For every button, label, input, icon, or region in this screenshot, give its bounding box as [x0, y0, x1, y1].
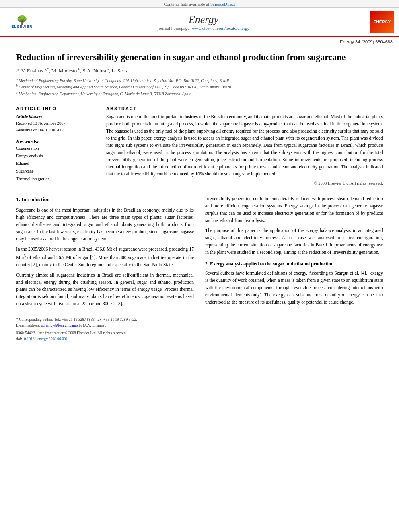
available-date: Available online 9 July 2008	[16, 127, 97, 134]
page: Contents lists available at ScienceDirec…	[0, 0, 399, 532]
article-info-heading: ARTICLE INFO	[16, 106, 97, 111]
affiliation-b: b Center of Engineering, Modeling and Ap…	[16, 84, 383, 90]
received-date: Received 13 November 2007	[16, 120, 97, 127]
elsevier-logo: 🌳 ELSEVIER	[5, 11, 41, 33]
journal-title: Energy	[41, 14, 366, 26]
section2-para-1: Several authors have formulated definiti…	[205, 270, 383, 306]
keyword-cogeneration: Cogeneration	[16, 145, 97, 152]
homepage-url[interactable]: www.elsevier.com/locate/energy	[192, 26, 249, 31]
divider-2	[16, 192, 383, 192]
energy-logo-container: ENERGY	[366, 11, 394, 33]
energy-logo-box: ENERGY	[370, 11, 394, 33]
authors: A.V. Ensinas a,*, M. Modesto b, S.A. Neb…	[16, 67, 383, 74]
author-av-ensinas: A.V. Ensinas a,*, M. Modesto b, S.A. Neb…	[16, 68, 132, 74]
footnote-area: * Corresponding author. Tel.: +55 21 19 …	[16, 314, 194, 329]
body-right-col: Irreversibility generation could be cons…	[205, 195, 383, 342]
issn-line: 0360-5442/$ – see front matter © 2008 El…	[16, 330, 194, 336]
doi-area: 0360-5442/$ – see front matter © 2008 El…	[16, 330, 194, 342]
article-history: Article history: Received 13 November 20…	[16, 113, 97, 134]
section1-title: 1. Introduction	[16, 195, 194, 203]
journal-bar: Contents lists available at ScienceDirec…	[0, 0, 399, 8]
affiliation-c: c Mechanical Engineering Department, Uni…	[16, 90, 383, 97]
doi-link[interactable]: 10.1016/j.energy.2008.06.001	[22, 337, 68, 341]
sciencedirect-label: Contents lists available at	[164, 2, 210, 6]
keyword-ethanol: Ethanol	[16, 160, 97, 168]
keyword-thermal: Thermal integration	[16, 175, 97, 183]
email-label: E-mail address:	[16, 323, 40, 327]
section1-label: Introduction	[21, 196, 50, 202]
article-info-abstract: ARTICLE INFO Article history: Received 1…	[16, 106, 383, 185]
affiliations: a Mechanical Engineering Faculty, State …	[16, 77, 383, 97]
keyword-exergy: Exergy analysis	[16, 152, 97, 160]
section2-title: 2. Exergy analysis applied to the sugar …	[205, 260, 383, 268]
article-info-col: ARTICLE INFO Article history: Received 1…	[16, 106, 97, 185]
journal-homepage: journal homepage: www.elsevier.com/locat…	[41, 26, 366, 31]
elsevier-tree-icon: 🌳	[16, 16, 27, 25]
intro-para-2: In the 2005/2006 harvest season in Brazi…	[16, 246, 194, 268]
journal-center: Energy journal homepage: www.elsevier.co…	[41, 14, 366, 31]
footnote-star: * Corresponding author. Tel.: +55 21 19 …	[16, 317, 194, 323]
email-suffix: (A.V. Ensinas).	[83, 323, 106, 327]
article-number: Energy 34 (2009) 680–688	[0, 37, 399, 45]
abstract-heading: ABSTRACT	[106, 106, 383, 111]
intro-para-3: Currently almost all sugarcane industrie…	[16, 272, 194, 308]
keyword-sugarcane: Sugarcane	[16, 168, 97, 175]
abstract-col: ABSTRACT Sugarcane is one of the most im…	[106, 106, 383, 185]
main-content: Reduction of irreversibility generation …	[0, 51, 399, 350]
email-link[interactable]: adrianov@fem.unicamp.br	[41, 323, 82, 327]
homepage-label: journal homepage:	[158, 26, 191, 31]
energy-logo-text: ENERGY	[374, 20, 391, 24]
doi-label: doi:	[16, 337, 22, 341]
doi-line: doi:10.1016/j.energy.2008.06.001	[16, 336, 194, 342]
right-para-2: The purpose of this paper is the applica…	[205, 227, 383, 256]
article-title: Reduction of irreversibility generation …	[16, 51, 383, 63]
divider-1	[16, 102, 383, 102]
intro-para-1: Sugarcane is one of the most important i…	[16, 207, 194, 242]
journal-header: 🌳 ELSEVIER Energy journal homepage: www.…	[0, 8, 399, 37]
section2-number: 2.	[205, 261, 209, 267]
sciencedirect-link[interactable]: ScienceDirect	[210, 2, 235, 6]
section1-number: 1.	[16, 196, 20, 202]
affiliation-a: a Mechanical Engineering Faculty, State …	[16, 77, 383, 84]
footnote-email: E-mail address: adrianov@fem.unicamp.br …	[16, 322, 194, 329]
abstract-text: Sugarcane is one of the most important i…	[106, 113, 383, 178]
keywords-section: Keywords: Cogeneration Exergy analysis E…	[16, 138, 97, 183]
elsevier-name: ELSEVIER	[11, 25, 33, 29]
copyright: © 2008 Elsevier Ltd. All rights reserved…	[106, 181, 383, 185]
elsevier-box: 🌳 ELSEVIER	[5, 11, 39, 33]
body-left-col: 1. Introduction Sugarcane is one of the …	[16, 195, 194, 342]
keywords-label: Keywords:	[16, 138, 97, 145]
right-para-1: Irreversibility generation could be cons…	[205, 195, 383, 224]
body-columns: 1. Introduction Sugarcane is one of the …	[16, 195, 383, 342]
history-label: Article history:	[16, 113, 97, 120]
section2-label: Exergy analysis applied to the sugar and…	[210, 261, 334, 267]
